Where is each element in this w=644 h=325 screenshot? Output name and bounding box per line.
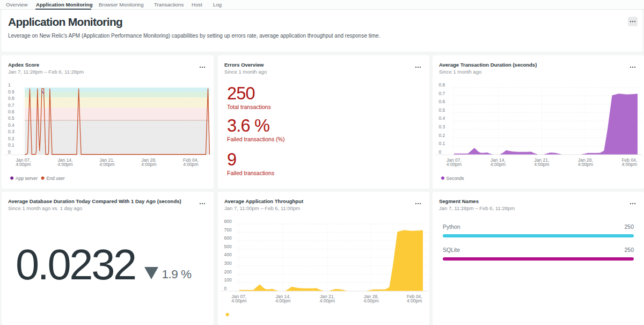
svg-text:0.8: 0.8 (8, 96, 14, 101)
svg-text:0.5: 0.5 (8, 115, 14, 121)
svg-text:200: 200 (224, 269, 232, 275)
svg-text:4:00pm: 4:00pm (534, 162, 549, 167)
svg-text:4:00pm: 4:00pm (141, 162, 156, 167)
svg-text:700: 700 (224, 227, 232, 233)
svg-text:0.6: 0.6 (439, 99, 445, 104)
svg-text:0.2: 0.2 (8, 136, 14, 141)
svg-text:0.3: 0.3 (439, 124, 445, 129)
svg-text:0.9: 0.9 (8, 89, 14, 95)
svg-text:4:00pm: 4:00pm (99, 162, 114, 167)
svg-text:4:00pm: 4:00pm (363, 298, 378, 304)
svg-text:4:00pm: 4:00pm (622, 162, 637, 167)
svg-text:4:00pm: 4:00pm (491, 162, 506, 167)
svg-text:Seconds: Seconds (447, 176, 464, 181)
svg-text:0.4: 0.4 (439, 115, 445, 121)
svg-text:100: 100 (224, 277, 232, 283)
svg-text:0: 0 (224, 286, 227, 291)
svg-text:400: 400 (224, 252, 232, 257)
svg-text:App server: App server (16, 176, 38, 181)
svg-text:0.3: 0.3 (8, 129, 14, 134)
svg-text:End user: End user (47, 176, 65, 181)
svg-text:4:00pm: 4:00pm (320, 298, 335, 304)
svg-text:0.6: 0.6 (8, 109, 14, 114)
svg-text:500: 500 (224, 244, 232, 249)
svg-text:4:00pm: 4:00pm (447, 162, 462, 167)
svg-text:0.5: 0.5 (439, 107, 445, 113)
svg-text:0.7: 0.7 (439, 91, 445, 96)
svg-text:0: 0 (8, 149, 11, 155)
svg-text:4:00pm: 4:00pm (407, 298, 422, 304)
svg-text:300: 300 (224, 261, 232, 266)
svg-text:0: 0 (439, 149, 442, 155)
svg-text:4:00pm: 4:00pm (578, 162, 593, 167)
svg-text:0.2: 0.2 (439, 133, 445, 138)
svg-text:800: 800 (224, 219, 232, 224)
svg-text:4:00pm: 4:00pm (231, 298, 246, 304)
svg-text:4:00pm: 4:00pm (183, 162, 198, 167)
svg-text:4:00pm: 4:00pm (16, 162, 31, 167)
svg-text:4:00pm: 4:00pm (275, 298, 290, 304)
svg-text:0.8: 0.8 (439, 82, 445, 88)
svg-text:0.7: 0.7 (8, 103, 14, 108)
svg-text:0.4: 0.4 (8, 122, 14, 128)
svg-text:1: 1 (8, 82, 11, 88)
svg-text:600: 600 (224, 235, 232, 241)
svg-text:4:00pm: 4:00pm (57, 162, 72, 167)
svg-text:0.1: 0.1 (8, 142, 14, 148)
svg-text:0.1: 0.1 (439, 141, 445, 146)
